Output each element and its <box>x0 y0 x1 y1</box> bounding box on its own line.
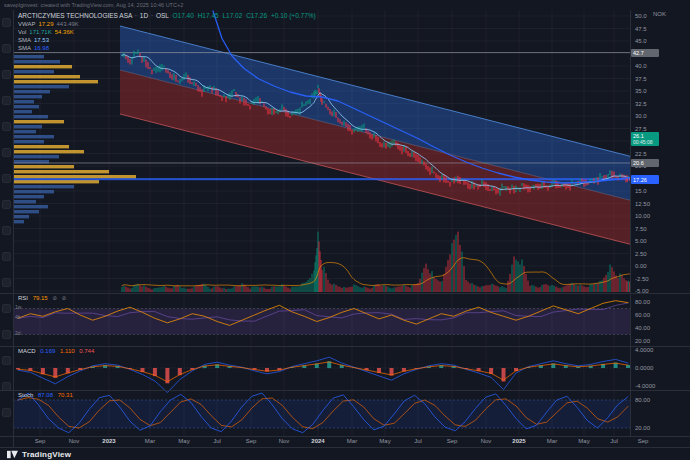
price-tick: 4.0000 <box>635 347 653 353</box>
price-tick: 0.00 <box>635 263 647 269</box>
stoch-label: Stoch <box>18 392 33 398</box>
price-tag: 17.26 <box>631 176 659 184</box>
time-label: 2025 <box>512 438 525 444</box>
stoch-legend[interactable]: Stoch 87.08 70.31 <box>18 392 73 398</box>
macd-value-3: 0.744 <box>79 348 94 354</box>
indicator-name: SMA <box>18 37 31 43</box>
rsi-legend[interactable]: RSI 79.15 ⊘ ⊘ <box>18 295 66 301</box>
indicator-legend-row[interactable]: SMA17.53 <box>18 36 316 44</box>
price-tick: 15.0 <box>635 188 647 194</box>
shapes-tool-icon[interactable] <box>2 200 11 209</box>
lock-drawings-tool-icon[interactable] <box>2 304 11 313</box>
price-tick: 47.5 <box>635 26 647 32</box>
time-label: Nov <box>481 438 492 444</box>
indicator-legend-row[interactable]: VWAP17.29443.49K <box>18 20 316 28</box>
time-label: Sep <box>35 438 46 444</box>
price-tick: 12.50 <box>635 201 650 207</box>
indicator-value: 17.53 <box>34 37 49 43</box>
main-chart-canvas[interactable] <box>13 10 630 437</box>
pane-separator[interactable] <box>0 346 690 347</box>
separator-dot: · <box>151 12 153 19</box>
main-legend[interactable]: ARCTICZYMES TECHNOLOGIES ASA · 1D · OSL … <box>18 12 316 52</box>
rsi-mtf-label-4h: 4h <box>15 314 21 320</box>
price-tick: 2.50 <box>635 251 647 257</box>
time-label: May <box>379 438 390 444</box>
currency-label[interactable]: NOK <box>653 11 666 17</box>
more-icon[interactable]: ⊘ <box>62 295 67 301</box>
price-tick: 60.00 <box>635 312 650 318</box>
tradingview-chart-window: saveplginvest: created with TradingView.… <box>0 0 690 460</box>
symbol-legend-row[interactable]: ARCTICZYMES TECHNOLOGIES ASA · 1D · OSL … <box>18 12 316 20</box>
macd-label: MACD <box>18 348 36 354</box>
fibonacci-tool-icon[interactable] <box>2 70 11 79</box>
magnet-tool-icon[interactable] <box>2 278 11 287</box>
tradingview-logo-icon[interactable] <box>7 450 18 459</box>
price-tick: 35.0 <box>635 88 647 94</box>
price-tick: 80.00 <box>635 397 650 403</box>
delete-drawings-tool-icon[interactable] <box>2 356 11 365</box>
time-label: Sep <box>638 438 649 444</box>
indicator-legend-row[interactable]: SMA16.98 <box>18 44 316 52</box>
zoom-in-tool-icon[interactable] <box>2 252 11 261</box>
price-tag: 26.100:45:08 <box>631 132 659 146</box>
eye-icon[interactable]: ⊘ <box>52 295 57 301</box>
hide-drawings-tool-icon[interactable] <box>2 330 11 339</box>
price-tick: 32.5 <box>635 101 647 107</box>
macd-value-1: 0.169 <box>40 348 55 354</box>
separator-dot: · <box>135 12 137 19</box>
price-tag: 42.7 <box>631 49 659 57</box>
crosshair-tool-icon[interactable] <box>2 18 11 27</box>
pane-separator[interactable] <box>0 293 690 294</box>
pane-separator[interactable] <box>0 390 690 391</box>
footer-bar: TradingView <box>0 447 690 460</box>
price-tick: 0.0000 <box>635 365 653 371</box>
pattern-tool-icon[interactable] <box>2 148 11 157</box>
time-label: Jul <box>414 438 422 444</box>
settings-tool-icon[interactable] <box>2 408 11 417</box>
indicator-legend-row[interactable]: Vol171.71K54.36K <box>18 28 316 36</box>
price-tag: 20.6 <box>631 159 659 167</box>
indicator-value: 54.36K <box>55 29 74 35</box>
ohlc-low: L17.02 <box>222 12 242 19</box>
macd-legend[interactable]: MACD 0.169 1.110 0.744 <box>18 348 94 354</box>
measure-tool-icon[interactable] <box>2 226 11 235</box>
rsi-mtf-label-1w: 1w <box>15 304 21 310</box>
symbol-name[interactable]: ARCTICZYMES TECHNOLOGIES ASA <box>18 12 132 19</box>
price-tick: 50.0 <box>635 13 647 19</box>
ohlc-close: C17.26 <box>246 12 267 19</box>
price-tick: -4.0000 <box>635 383 655 389</box>
price-tick: 22.5 <box>635 151 647 157</box>
symbol-interval[interactable]: 1D <box>140 12 148 19</box>
ohlc-open: O17.40 <box>173 12 194 19</box>
price-tick: 40.00 <box>635 325 650 331</box>
pane-separator <box>0 436 690 437</box>
time-label: Sep <box>246 438 257 444</box>
forecast-tool-icon[interactable] <box>2 174 11 183</box>
stoch-k-value: 87.08 <box>38 392 53 398</box>
price-tick: 10.00 <box>635 213 650 219</box>
text-tool-icon[interactable] <box>2 122 11 131</box>
time-label: Mar <box>347 438 357 444</box>
time-label: Nov <box>279 438 290 444</box>
indicator-value: 443.49K <box>56 21 78 27</box>
price-scale[interactable]: NOK 50.047.545.042.540.037.535.032.530.0… <box>630 10 690 437</box>
drawing-toolbar[interactable] <box>0 10 14 447</box>
ohlc-values: O17.40 H17.45 L17.02 C17.26 +0.10 (+0.77… <box>171 12 316 19</box>
ohlc-high: H17.45 <box>198 12 219 19</box>
stoch-d-value: 70.31 <box>58 392 73 398</box>
time-label: Sep <box>447 438 458 444</box>
rsi-value: 79.15 <box>33 295 48 301</box>
price-tick: 80.00 <box>635 299 650 305</box>
time-label: Mar <box>547 438 557 444</box>
time-scale[interactable]: SepNov2023MarMayJulSepNov2024MarMayJulSe… <box>13 437 690 447</box>
time-label: Mar <box>145 438 155 444</box>
trend-line-tool-icon[interactable] <box>2 44 11 53</box>
snapshot-attribution: saveplginvest: created with TradingView.… <box>0 0 690 10</box>
price-tick: 7.50 <box>635 226 647 232</box>
tradingview-brand-text[interactable]: TradingView <box>22 450 71 459</box>
price-tick: 30.0 <box>635 113 647 119</box>
time-label: Jul <box>213 438 221 444</box>
macd-value-2: 1.110 <box>60 348 75 354</box>
brush-tool-icon[interactable] <box>2 96 11 105</box>
time-label: 2024 <box>311 438 324 444</box>
